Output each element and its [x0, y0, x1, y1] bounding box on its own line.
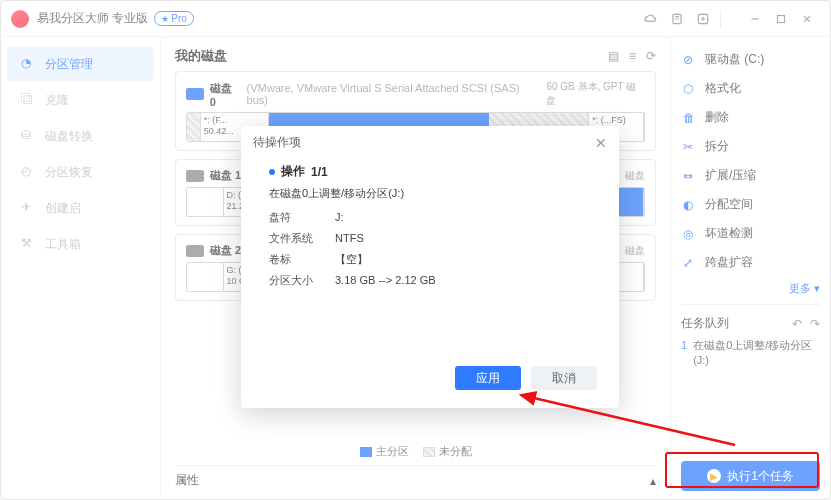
- op-title-prefix: 操作: [281, 163, 305, 180]
- row-label-key: 卷标: [269, 249, 317, 270]
- row-drive-key: 盘符: [269, 207, 317, 228]
- op-index: 1/1: [311, 165, 328, 179]
- op-details-table: 盘符J: 文件系统NTFS 卷标【空】 分区大小3.18 GB --> 2.12…: [269, 207, 591, 291]
- modal-title: 待操作项: [253, 134, 301, 151]
- modal-close-icon[interactable]: ✕: [595, 135, 607, 151]
- row-size-val: 3.18 GB --> 2.12 GB: [335, 270, 436, 291]
- pending-operations-modal: 待操作项 ✕ 操作 1/1 在磁盘0上调整/移动分区(J:) 盘符J: 文件系统…: [241, 126, 619, 408]
- apply-button[interactable]: 应用: [455, 366, 521, 390]
- bullet-icon: [269, 169, 275, 175]
- op-description: 在磁盘0上调整/移动分区(J:): [269, 186, 591, 201]
- row-size-key: 分区大小: [269, 270, 317, 291]
- row-label-val: 【空】: [335, 249, 368, 270]
- cancel-button[interactable]: 取消: [531, 366, 597, 390]
- row-fs-key: 文件系统: [269, 228, 317, 249]
- row-fs-val: NTFS: [335, 228, 364, 249]
- row-drive-val: J:: [335, 207, 344, 228]
